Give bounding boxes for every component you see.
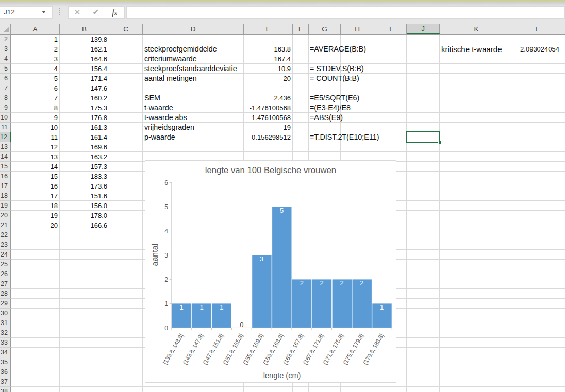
svg-text:2: 2 (340, 279, 343, 287)
svg-text:3: 3 (260, 255, 263, 263)
svg-text:3: 3 (164, 252, 168, 259)
svg-text:2: 2 (300, 279, 304, 287)
svg-text:1: 1 (164, 300, 168, 308)
svg-text:2: 2 (164, 276, 168, 283)
svg-text:5: 5 (164, 203, 168, 211)
svg-text:0: 0 (164, 325, 168, 332)
svg-text:2: 2 (320, 279, 324, 287)
svg-text:lengte van 100 Belgische vrouw: lengte van 100 Belgische vrouwen (205, 165, 336, 175)
svg-text:0: 0 (240, 321, 243, 329)
svg-text:1: 1 (380, 303, 384, 311)
svg-text:2: 2 (360, 279, 363, 287)
svg-text:6: 6 (164, 179, 168, 186)
svg-text:5: 5 (280, 207, 284, 214)
svg-text:1: 1 (200, 303, 203, 311)
svg-text:lengte (cm): lengte (cm) (263, 371, 301, 380)
svg-text:aantal: aantal (151, 244, 159, 266)
svg-text:1: 1 (180, 303, 184, 311)
svg-text:1: 1 (220, 303, 223, 311)
svg-text:4: 4 (164, 228, 168, 235)
